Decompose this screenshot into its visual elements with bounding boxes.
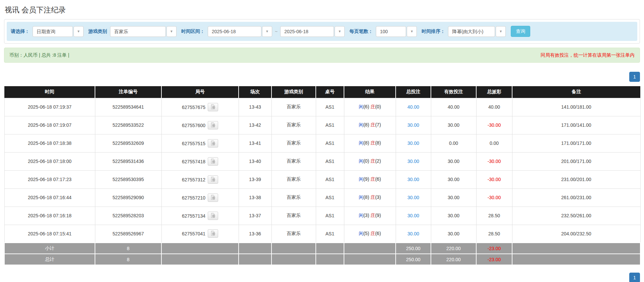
- cell-remark: 171.00/171.00: [512, 134, 640, 152]
- currency-total-text: 币别：人民币 | 总共 :8 注单 |: [9, 52, 69, 58]
- result-player: 闲: [359, 231, 363, 236]
- page-1-button-bottom[interactable]: 1: [629, 273, 640, 282]
- total-bet-link[interactable]: 30.00: [407, 177, 419, 182]
- video-replay-button[interactable]: [208, 229, 218, 238]
- total-bet-link[interactable]: 30.00: [407, 140, 419, 146]
- range-separator: ~: [275, 29, 278, 34]
- cell-result: 闲(3) 庄(9): [344, 207, 396, 225]
- result-player: 闲: [359, 194, 363, 200]
- cell-table-no: AS1: [316, 98, 344, 116]
- result-player-score: (8): [363, 140, 370, 146]
- cell-bet-id: 522589534641: [95, 98, 161, 116]
- header-payout: 总派彩: [476, 86, 512, 98]
- date-from-value[interactable]: 2025-06-18: [208, 26, 261, 37]
- page-size-value[interactable]: 100: [376, 26, 406, 37]
- video-replay-button[interactable]: [208, 121, 218, 129]
- round-number: 627557675: [182, 104, 205, 110]
- date-to-value[interactable]: 2025-06-18: [280, 26, 334, 37]
- film-icon: [210, 231, 216, 236]
- result-player-score: (6): [363, 104, 370, 109]
- cell-round-id: 627557134: [161, 207, 239, 225]
- result-player: 闲: [359, 213, 363, 218]
- filter-bar: 请选择： 日期查询 ▼ 游戏类别 百家乐 ▼ 时间区间： 2025-06-18 …: [7, 22, 637, 41]
- summary-total-bet: 250.00: [396, 243, 431, 254]
- video-replay-button[interactable]: [208, 212, 218, 220]
- cell-time: 2025-06-18 07:19:37: [4, 98, 95, 116]
- total-bet-link[interactable]: 30.00: [407, 213, 419, 218]
- cell-total-bet: 30.00: [396, 134, 431, 152]
- header-total-bet: 总投注: [396, 86, 431, 98]
- video-replay-button[interactable]: [208, 175, 218, 184]
- cell-table-no: AS1: [316, 207, 344, 225]
- total-bet-link[interactable]: 30.00: [407, 159, 419, 164]
- summary-count: 8: [95, 243, 161, 254]
- cell-game-type: 百家乐: [271, 116, 316, 134]
- query-type-select[interactable]: 日期查询 ▼: [33, 26, 84, 37]
- chevron-down-icon[interactable]: ▼: [407, 26, 417, 37]
- date-from-picker[interactable]: 2025-06-18 ▼: [208, 26, 272, 37]
- cell-total-bet: 30.00: [396, 188, 431, 207]
- summary-empty-result: [344, 243, 396, 254]
- search-button[interactable]: 查询: [511, 26, 530, 37]
- date-to-picker[interactable]: 2025-06-18 ▼: [280, 26, 345, 37]
- result-banker-score: (7): [375, 122, 381, 127]
- cell-table-no: AS1: [316, 188, 344, 207]
- chevron-down-icon[interactable]: ▼: [335, 26, 345, 37]
- cell-session: 13-41: [239, 134, 271, 152]
- cell-valid-bet: 30.00: [431, 207, 476, 225]
- video-replay-button[interactable]: [208, 139, 218, 148]
- select-type-label: 请选择：: [11, 29, 30, 35]
- cell-remark: 141.00/181.00: [512, 98, 640, 116]
- pagination-top: 1: [4, 72, 640, 82]
- round-number: 627557041: [182, 231, 205, 236]
- table-row: 2025-06-18 07:16:18522589528203627557134…: [4, 207, 640, 225]
- total-bet-link[interactable]: 30.00: [407, 122, 419, 128]
- video-replay-button[interactable]: [208, 157, 218, 166]
- time-sort-value[interactable]: 降幂(由大到小): [448, 26, 495, 37]
- query-type-value[interactable]: 日期查询: [33, 26, 73, 37]
- cell-time: 2025-06-18 07:15:41: [4, 225, 95, 243]
- chevron-down-icon[interactable]: ▼: [496, 26, 506, 37]
- cell-bet-id: 522589532609: [95, 134, 161, 152]
- cell-round-id: 627557515: [161, 134, 239, 152]
- video-replay-button[interactable]: [208, 103, 218, 111]
- valid-bet-notice: 同局有效投注，统一计算在该局第一张注单内: [541, 52, 635, 58]
- cell-total-bet: 30.00: [396, 207, 431, 225]
- cell-time: 2025-06-18 07:18:38: [4, 134, 95, 152]
- page-1-button[interactable]: 1: [629, 72, 640, 82]
- chevron-down-icon[interactable]: ▼: [166, 26, 177, 37]
- chevron-down-icon[interactable]: ▼: [262, 26, 272, 37]
- total-bet-link[interactable]: 40.00: [407, 104, 419, 110]
- result-banker: 庄: [370, 104, 375, 109]
- result-banker-score: (6): [375, 176, 381, 182]
- table-row: 2025-06-18 07:19:37522589534641627557675…: [4, 98, 640, 116]
- total-bet-link[interactable]: 30.00: [407, 231, 419, 236]
- cell-total-bet: 30.00: [396, 170, 431, 188]
- total-bet-link[interactable]: 30.00: [407, 195, 419, 200]
- cell-table-no: AS1: [316, 225, 344, 243]
- result-player-score: (3): [363, 213, 370, 218]
- video-replay-button[interactable]: [208, 193, 218, 202]
- summary-empty-remark: [512, 254, 640, 265]
- game-type-select[interactable]: 百家乐 ▼: [110, 26, 177, 37]
- time-sort-select[interactable]: 降幂(由大到小) ▼: [448, 26, 506, 37]
- cell-time: 2025-06-18 07:16:18: [4, 207, 95, 225]
- film-icon: [210, 177, 216, 182]
- round-number: 627557210: [182, 195, 205, 200]
- cell-payout: 28.50: [476, 225, 512, 243]
- summary-empty-game: [271, 243, 316, 254]
- summary-label: 小计: [4, 243, 95, 254]
- cell-time: 2025-06-18 07:19:07: [4, 116, 95, 134]
- game-type-value[interactable]: 百家乐: [110, 26, 166, 37]
- cell-session: 13-37: [239, 207, 271, 225]
- cell-total-bet: 30.00: [396, 116, 431, 134]
- chevron-down-icon[interactable]: ▼: [73, 26, 84, 37]
- cell-result: 闲(8) 庄(7): [344, 116, 396, 134]
- page-size-select[interactable]: 100 ▼: [376, 26, 417, 37]
- summary-payout: -23.00: [476, 243, 512, 254]
- summary-valid-bet: 220.00: [431, 254, 476, 265]
- cell-game-type: 百家乐: [271, 170, 316, 188]
- cell-round-id: 627557312: [161, 170, 239, 188]
- cell-remark: 204.00/232.50: [512, 225, 640, 243]
- cell-bet-id: 522589526967: [95, 225, 161, 243]
